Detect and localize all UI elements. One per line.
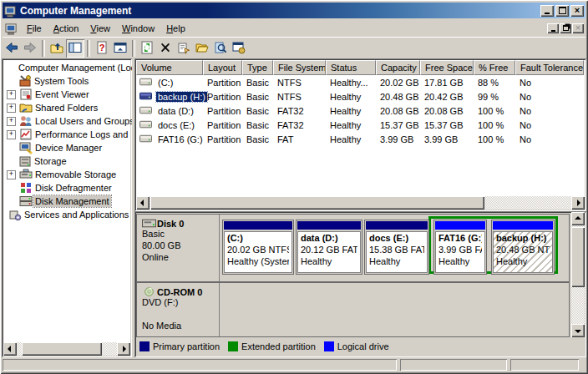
tree-item-label[interactable]: Storage: [33, 155, 68, 167]
column-header-fault-tolerance[interactable]: Fault Tolerance: [515, 60, 584, 75]
tree-item-device-manager[interactable]: Device Manager: [3, 141, 130, 154]
volume-name-cell[interactable]: FAT16 (G:): [136, 134, 203, 144]
tree-item-storage[interactable]: Storage: [3, 154, 130, 168]
tree-item-label[interactable]: Event Viewer: [33, 88, 91, 100]
volume-row[interactable]: FAT16 (G:)PartitionBasicFATHealthy3.99 G…: [136, 132, 585, 146]
tree-item-root[interactable]: Computer Management (Local): [3, 61, 130, 74]
help-button[interactable]: [230, 39, 248, 58]
scroll-thumb[interactable]: [22, 342, 102, 356]
menu-window[interactable]: Window: [116, 22, 160, 35]
forward-button[interactable]: [21, 39, 39, 58]
context-help-button[interactable]: ?: [93, 39, 111, 58]
expand-plus-icon[interactable]: +: [7, 170, 16, 179]
tree-item-removable-storage[interactable]: +Removable Storage: [3, 168, 130, 181]
show-hide-console-tree-icon: [68, 41, 82, 56]
find-button[interactable]: [211, 39, 230, 58]
tree-item-performance-logs-and[interactable]: +Performance Logs and: [3, 128, 130, 141]
console-window-icon[interactable]: [5, 23, 18, 34]
new-window-button[interactable]: [111, 39, 129, 58]
volume-name-cell[interactable]: (C:): [136, 78, 203, 88]
volume-name-cell[interactable]: data (D:): [136, 106, 203, 116]
partition-data-d-[interactable]: data (D:)20.12 GB FAT32Healthy: [296, 220, 362, 275]
cdrom-0-header[interactable]: CD-ROM 0 DVD (F:) No Media: [137, 283, 220, 336]
refresh-button[interactable]: [138, 39, 156, 58]
minimize-button[interactable]: [540, 5, 554, 17]
volume-row[interactable]: backup (H:)PartitionBasicNTFSHealthy20.4…: [136, 89, 585, 104]
tree-horizontal-scrollbar[interactable]: [3, 342, 130, 356]
menu-file[interactable]: File: [21, 22, 48, 35]
scroll-left-button[interactable]: [3, 342, 17, 356]
tree-item-label[interactable]: Computer Management (Local): [17, 62, 132, 73]
help-icon: [232, 41, 246, 56]
menu-help[interactable]: Help: [160, 22, 191, 35]
volume-horizontal-scrollbar[interactable]: [136, 196, 585, 210]
volume-row[interactable]: docs (E:)PartitionBasicFAT32Healthy15.37…: [136, 118, 585, 132]
expand-plus-icon[interactable]: +: [7, 117, 16, 126]
partition-docs-e-[interactable]: docs (E:)15.38 GB FAT32Healthy: [364, 220, 429, 275]
volume-cell: No: [515, 106, 584, 116]
column-header-file-system[interactable]: File System: [273, 60, 326, 75]
menu-action[interactable]: Action: [48, 22, 85, 35]
scroll-thumb[interactable]: [571, 227, 585, 287]
scroll-up-button[interactable]: [571, 212, 585, 225]
menu-view[interactable]: View: [84, 22, 116, 35]
tree-item-label[interactable]: Local Users and Groups: [33, 115, 132, 127]
expand-plus-icon[interactable]: +: [7, 130, 16, 139]
expand-plus-icon[interactable]: +: [7, 90, 16, 99]
tree-item-label[interactable]: System Tools: [33, 75, 90, 87]
volume-name-cell[interactable]: docs (E:): [136, 120, 203, 130]
column-header-layout[interactable]: Layout: [203, 60, 242, 75]
scroll-thumb[interactable]: [150, 196, 484, 210]
partition--c-[interactable]: (C:)20.02 GB NTFSHealthy (System): [222, 220, 294, 275]
scroll-left-button[interactable]: [136, 196, 150, 210]
partition-size: 15.38 GB FAT32: [369, 245, 424, 256]
tree-item-disk-defragmenter[interactable]: Disk Defragmenter: [3, 181, 130, 195]
tree-item-shared-folders[interactable]: +Shared Folders: [3, 101, 130, 114]
title-bar[interactable]: Computer Management ×: [3, 3, 585, 18]
tree-item-label[interactable]: Shared Folders: [33, 102, 99, 114]
volume-row[interactable]: (C:)PartitionBasicNTFSHealthy...20.02 GB…: [136, 75, 585, 89]
expand-plus-icon[interactable]: +: [7, 104, 16, 113]
tree-item-local-users-and-groups[interactable]: +Local Users and Groups: [3, 114, 130, 128]
tree-item-label[interactable]: Performance Logs and: [33, 129, 129, 140]
close-button[interactable]: ×: [570, 5, 584, 17]
scroll-down-button[interactable]: [571, 324, 585, 337]
volume-list-header: VolumeLayoutTypeFile SystemStatusCapacit…: [136, 60, 585, 75]
partition-fat16-g-[interactable]: FAT16 (G:)3.99 GB FATHealthy: [433, 220, 487, 275]
disk-0-header[interactable]: Disk 0 Basic 80.00 GB Online: [137, 215, 220, 281]
mdi-restore-button[interactable]: [560, 23, 571, 33]
maximize-button[interactable]: [555, 5, 569, 17]
volume-cell: Basic: [242, 92, 273, 102]
tree-item-label[interactable]: Device Manager: [33, 142, 104, 154]
open-button[interactable]: [193, 39, 211, 58]
scroll-right-button[interactable]: [571, 196, 585, 210]
column-header-status[interactable]: Status: [326, 60, 376, 75]
up-one-level-button[interactable]: [48, 39, 66, 58]
tree-item-services-and-applications[interactable]: Services and Applications: [3, 208, 130, 221]
mdi-close-button[interactable]: ×: [572, 23, 584, 33]
delete-button[interactable]: [156, 39, 175, 58]
show-hide-console-tree-button[interactable]: [66, 39, 84, 58]
disk-vertical-scrollbar[interactable]: [571, 212, 585, 337]
tree-item-label[interactable]: Services and Applications: [23, 209, 130, 220]
legend-item: Primary partition: [139, 341, 220, 351]
disk-icon: [142, 218, 157, 229]
tree-item-system-tools[interactable]: System Tools: [3, 74, 130, 88]
scroll-right-button[interactable]: [117, 342, 130, 356]
volume-row[interactable]: data (D:)PartitionBasicFAT32Healthy20.08…: [136, 104, 585, 118]
column-header-capacity[interactable]: Capacity: [376, 60, 420, 75]
tree-item-label[interactable]: Removable Storage: [33, 169, 118, 180]
partition-backup-h-[interactable]: backup (H:)20.48 GB NTFSHealthy: [491, 220, 555, 275]
back-button[interactable]: [3, 39, 21, 58]
tree-item-label[interactable]: Disk Defragmenter: [33, 182, 114, 194]
tree-item-label[interactable]: Disk Management: [33, 195, 111, 207]
column-header--free[interactable]: % Free: [474, 60, 515, 75]
tree-item-disk-management[interactable]: Disk Management: [3, 195, 130, 208]
column-header-free-space[interactable]: Free Space: [420, 60, 474, 75]
properties-button[interactable]: [175, 39, 193, 58]
column-header-type[interactable]: Type: [242, 60, 273, 75]
volume-name-cell[interactable]: backup (H:): [136, 92, 203, 102]
mdi-minimize-button[interactable]: [547, 23, 559, 33]
column-header-volume[interactable]: Volume: [136, 60, 203, 75]
tree-item-event-viewer[interactable]: +Event Viewer: [3, 88, 130, 101]
